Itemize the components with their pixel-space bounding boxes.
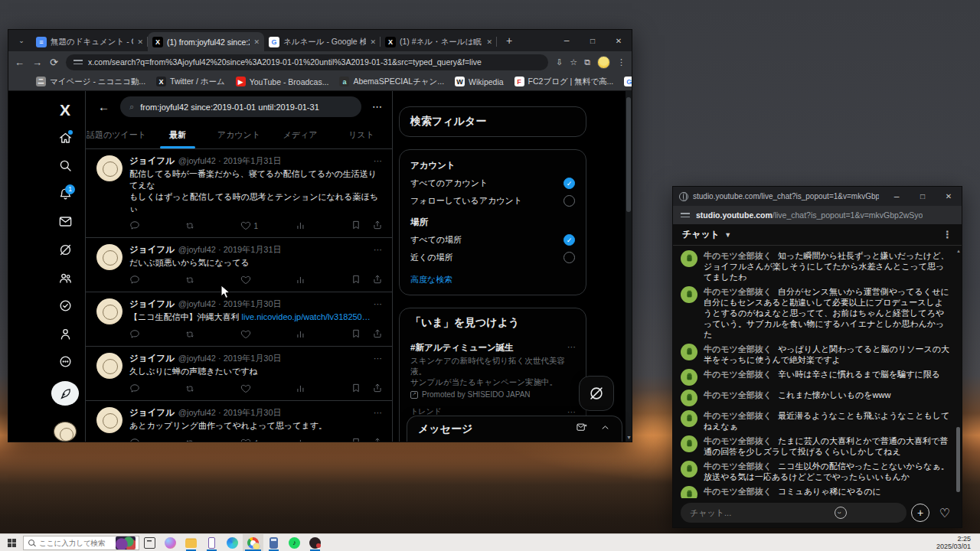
search-icon[interactable]: [52, 155, 78, 178]
result-tab[interactable]: 最新: [147, 122, 208, 148]
retweet-icon[interactable]: [185, 275, 240, 285]
emoji-icon[interactable]: [835, 507, 847, 519]
tweet-more-icon[interactable]: ⋯: [374, 354, 383, 364]
messages-icon[interactable]: [52, 210, 78, 233]
tweet-row[interactable]: ジョイフル @joyful42 · 2019年1月30日 ⋯ 久しぶりに蝉の声聴…: [86, 347, 392, 401]
chat-avatar-android-icon[interactable]: [681, 435, 697, 452]
share-icon[interactable]: [372, 220, 383, 232]
like-icon[interactable]: 1: [240, 220, 296, 231]
close-button[interactable]: [606, 30, 632, 51]
chat-author[interactable]: 牛のモツ全部抜く: [704, 411, 772, 420]
menu-kebab-icon[interactable]: ⋮: [617, 57, 626, 67]
tweet-author-name[interactable]: ジョイフル: [129, 353, 175, 364]
close-button[interactable]: [936, 187, 962, 206]
send-to-device-icon[interactable]: ⇩: [556, 57, 563, 67]
share-icon[interactable]: [372, 383, 383, 395]
chat-message[interactable]: 牛のモツ全部抜くやっぱり人と関わってると脳のリソースの大半をそっちに使うんで絶対…: [681, 341, 951, 367]
analytics-icon[interactable]: [296, 329, 351, 340]
tweet-avatar[interactable]: [96, 155, 122, 181]
share-icon[interactable]: [372, 274, 383, 286]
forward-icon[interactable]: →: [32, 57, 42, 68]
maximize-button[interactable]: [910, 187, 936, 206]
share-icon[interactable]: [372, 328, 383, 341]
new-message-icon[interactable]: [576, 422, 587, 436]
browser-tab[interactable]: X (1) #ネル・ネールは眠らない - 検索: [381, 32, 497, 51]
x-search-input[interactable]: ⌕ from:joyful42 since:2019-01-01 until:2…: [120, 96, 361, 117]
like-icon[interactable]: [240, 275, 296, 285]
tweet-avatar[interactable]: [96, 244, 122, 270]
reload-icon[interactable]: ⟳: [50, 57, 58, 68]
maximize-button[interactable]: [580, 30, 606, 51]
result-tab[interactable]: アカウント: [208, 122, 270, 148]
new-tab-button[interactable]: +: [500, 31, 518, 50]
chat-message[interactable]: 牛のモツ全部抜く最近潜るようなことも飛ぶようなこともしてねえなぁ: [681, 408, 951, 433]
result-tab[interactable]: 話題のツイート: [86, 122, 147, 148]
start-button[interactable]: [0, 534, 23, 551]
post-button[interactable]: [51, 381, 79, 405]
chat-avatar-android-icon[interactable]: [681, 390, 697, 406]
filter-row[interactable]: すべてのアカウント: [400, 174, 586, 192]
heart-button[interactable]: [936, 504, 954, 522]
analytics-icon[interactable]: [296, 220, 351, 231]
minimize-button[interactable]: [554, 30, 580, 51]
chat-scrollbar[interactable]: [956, 246, 961, 498]
radio-icon[interactable]: [564, 234, 575, 246]
search-highlight-icon[interactable]: [116, 536, 136, 549]
taskbar-app-button[interactable]: [263, 534, 284, 551]
retweet-icon[interactable]: [185, 438, 240, 442]
more-icon[interactable]: [52, 350, 78, 373]
filter-row[interactable]: フォローしているアカウント: [400, 192, 586, 210]
chat-message[interactable]: 牛のモツ全部抜く知った瞬間から社長ずっと嫌いだったけど、ジョイフルさんが楽しそう…: [681, 248, 951, 284]
bookmark-item[interactable]: G Google 画像検索: [624, 77, 632, 87]
tweet-avatar[interactable]: [96, 298, 122, 324]
result-tab[interactable]: メディア: [270, 122, 331, 148]
tweet-author-name[interactable]: ジョイフル: [129, 155, 175, 167]
taskbar-app-button[interactable]: [222, 534, 243, 551]
address-bar[interactable]: x.com/search?q=from%3Ajoyful42%20since%3…: [66, 54, 548, 70]
reply-icon[interactable]: [129, 220, 185, 231]
bookmark-item[interactable]: F FC2ブログ | 無料で高...: [514, 77, 614, 87]
tweet-more-icon[interactable]: ⋯: [374, 245, 383, 255]
chat-author[interactable]: 牛のモツ全部抜く: [704, 390, 772, 399]
grok-icon[interactable]: [52, 239, 78, 262]
analytics-icon[interactable]: [296, 438, 351, 442]
analytics-icon[interactable]: [296, 383, 351, 394]
tab-close-icon[interactable]: [370, 38, 376, 46]
chat-message[interactable]: 牛のモツ全部抜く辛い時は辛さに慣れるまで脳を騙すに限る: [681, 367, 951, 387]
browser-tab[interactable]: ≡ 無題のドキュメント - Google ドキュ: [31, 32, 148, 51]
tab-close-icon[interactable]: [253, 38, 260, 46]
tweet-avatar[interactable]: [96, 407, 122, 433]
radio-icon[interactable]: [564, 195, 575, 207]
tweet-avatar[interactable]: [96, 353, 122, 379]
tweet-link[interactable]: live.nicovideo.jp/watch/lv318250…: [242, 312, 371, 321]
x-logo-icon[interactable]: X: [52, 99, 78, 122]
scroll-up-arrow-icon[interactable]: [956, 249, 961, 253]
account-avatar[interactable]: [54, 422, 77, 442]
chat-author[interactable]: 牛のモツ全部抜く: [704, 436, 772, 445]
tweet-more-icon[interactable]: ⋯: [374, 299, 383, 309]
like-icon[interactable]: 4: [240, 438, 296, 442]
taskbar-search-input[interactable]: [39, 539, 111, 547]
extensions-icon[interactable]: ⧉: [584, 57, 590, 67]
bookmark-item[interactable]: W Wikipedia: [455, 77, 504, 86]
filter-row[interactable]: 近くの場所: [400, 249, 586, 266]
chat-avatar-android-icon[interactable]: [681, 410, 697, 427]
scrollbar-thumb[interactable]: [956, 427, 960, 492]
like-icon[interactable]: [240, 383, 296, 394]
taskbar-clock[interactable]: 2:25 2025/03/01: [936, 535, 980, 550]
chat-message[interactable]: 牛のモツ全部抜くコミュありゃ稀にやるのに: [681, 484, 951, 498]
filter-row[interactable]: アカウント: [400, 153, 586, 174]
reply-icon[interactable]: [129, 275, 185, 285]
result-tab[interactable]: リスト: [331, 122, 392, 148]
bookmark-item[interactable]: a AbemaSPECIALチャン...: [339, 77, 444, 87]
tweet-row[interactable]: ジョイフル @joyful42 · 2019年1月30日 ⋯ 【ニコ生配信中】沖…: [86, 292, 392, 347]
premium-icon[interactable]: [52, 295, 78, 318]
expand-drawer-icon[interactable]: [599, 422, 611, 436]
taskbar-app-button[interactable]: [284, 534, 305, 551]
taskbar-search[interactable]: [23, 536, 139, 550]
notifications-icon[interactable]: 1: [52, 183, 78, 206]
taskbar-app-button[interactable]: [139, 534, 160, 551]
trend-more-icon[interactable]: ⋯: [567, 342, 577, 352]
tab-close-icon[interactable]: [486, 38, 492, 46]
chevron-down-icon[interactable]: ▼: [724, 231, 731, 239]
